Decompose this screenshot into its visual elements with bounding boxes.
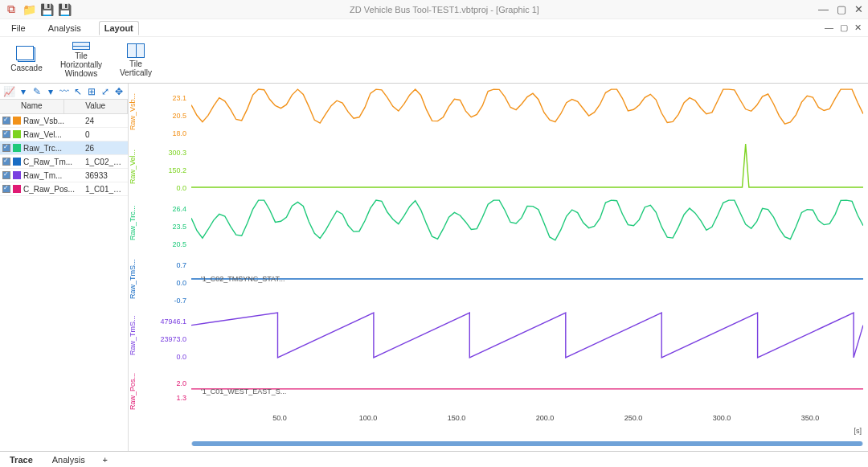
save-icon[interactable]: 💾 bbox=[40, 3, 53, 16]
y-axis-label: Raw_TmS... bbox=[129, 310, 138, 360]
tile-vertical-icon bbox=[127, 43, 145, 58]
y-tick-label: 0.0 bbox=[176, 353, 186, 361]
color-swatch bbox=[13, 185, 21, 193]
color-swatch bbox=[13, 117, 21, 125]
y-tick-label: 20.5 bbox=[172, 240, 186, 248]
status-bar: Trace Analysis + bbox=[0, 451, 868, 467]
open-icon[interactable]: 📁 bbox=[23, 3, 35, 16]
signal-row[interactable]: C_Raw_Pos... 1_C01_WEST_EAS... bbox=[0, 182, 128, 196]
signal-checkbox[interactable] bbox=[2, 171, 10, 179]
x-tick-label: 150.0 bbox=[448, 414, 466, 422]
signal-checkbox[interactable] bbox=[2, 130, 10, 138]
x-tick-label: 200.0 bbox=[536, 414, 555, 422]
status-tab-trace[interactable]: Trace bbox=[5, 454, 38, 465]
tile-vertical-button[interactable]: Tile Vertically bbox=[116, 40, 156, 80]
signal-checkbox[interactable] bbox=[2, 117, 10, 125]
signal-value: 1_C02_TMSYNC_S... bbox=[85, 158, 125, 166]
signal-name: Raw_Tm... bbox=[23, 171, 85, 180]
tile-horizontal-button[interactable]: Tile Horizontally Windows bbox=[61, 40, 101, 80]
y-tick-label: 1.3 bbox=[176, 394, 186, 402]
signal-checkbox[interactable] bbox=[2, 158, 10, 166]
tool-dropdown-1[interactable]: ▾ bbox=[18, 86, 28, 97]
tool-pan-icon[interactable]: ✥ bbox=[114, 86, 125, 97]
y-tick-label: 150.2 bbox=[168, 166, 186, 174]
y-axis-label: Raw_Vsb... bbox=[129, 87, 138, 137]
mdi-restore-button[interactable]: ▢ bbox=[840, 23, 848, 33]
signal-checkbox[interactable] bbox=[2, 185, 10, 193]
signal-row[interactable]: C_Raw_Tm... 1_C02_TMSYNC_S... bbox=[0, 155, 128, 169]
y-axis-label: Raw_TmS... bbox=[129, 254, 138, 304]
time-slider-thumb[interactable] bbox=[192, 441, 862, 446]
chart-strip[interactable]: Raw_TmS... 0.70.0-0.7 '1_C02_TMSYNC_STAT… bbox=[129, 254, 863, 304]
tool-expand-icon[interactable]: ⤢ bbox=[100, 86, 111, 97]
col-name: Name bbox=[0, 100, 64, 113]
signal-name: Raw_Vsb... bbox=[23, 117, 85, 125]
menu-analysis[interactable]: Analysis bbox=[43, 22, 86, 35]
signal-value: 0 bbox=[85, 130, 125, 139]
signal-name: C_Raw_Pos... bbox=[23, 185, 85, 194]
color-swatch bbox=[13, 130, 21, 138]
panel-toolbar: 📈 ▾ ✎ ▾ 〰 ↖ ⊞ ⤢ ✥ bbox=[0, 84, 128, 100]
window-title: ZD Vehicle Bus Tool-TEST1.vbtproj - [Gra… bbox=[71, 5, 818, 14]
chart-strip[interactable]: Raw_TmS... 47946.123973.00.0 bbox=[129, 310, 863, 360]
maximize-button[interactable]: ▢ bbox=[837, 3, 846, 15]
tool-wave-icon[interactable]: 〰 bbox=[59, 86, 69, 97]
y-axis-label: Raw_Vel... bbox=[129, 141, 138, 191]
mdi-close-button[interactable]: ✕ bbox=[854, 23, 862, 33]
y-tick-label: 20.5 bbox=[172, 112, 186, 120]
x-tick-label: 100.0 bbox=[359, 414, 378, 422]
tool-pointer-icon[interactable]: ↖ bbox=[73, 86, 84, 97]
menu-file[interactable]: File bbox=[6, 22, 31, 35]
chart-svg bbox=[191, 87, 863, 137]
title-bar: ⧉ 📁 💾 💾 ZD Vehicle Bus Tool-TEST1.vbtpro… bbox=[0, 0, 868, 19]
chart-svg bbox=[191, 367, 863, 416]
chart-strip[interactable]: Raw_Vsb... 23.120.518.0 bbox=[129, 87, 863, 137]
close-button[interactable]: ✕ bbox=[854, 3, 863, 15]
signal-value: 24 bbox=[85, 117, 125, 125]
tile-horizontal-icon bbox=[72, 42, 90, 50]
y-tick-label: 0.0 bbox=[176, 184, 186, 192]
tool-ruler-icon[interactable]: ⊞ bbox=[87, 86, 97, 97]
menu-layout[interactable]: Layout bbox=[99, 21, 139, 35]
signal-value: 26 bbox=[85, 144, 125, 153]
chart-strip[interactable]: Raw_Vel... 300.3150.20.0 bbox=[129, 141, 863, 191]
color-swatch bbox=[13, 144, 21, 152]
status-tab-analysis[interactable]: Analysis bbox=[47, 454, 90, 465]
tool-edit-icon[interactable]: ✎ bbox=[31, 86, 42, 97]
mdi-minimize-button[interactable]: — bbox=[825, 23, 833, 33]
plot-area[interactable]: Raw_Vsb... 23.120.518.0 Raw_Vel... 300.3… bbox=[129, 84, 868, 451]
chart-strip[interactable]: Raw_Trc... 26.423.520.5 bbox=[129, 198, 863, 248]
y-axis-label: Raw_Pos... bbox=[129, 367, 138, 416]
signal-row[interactable]: Raw_Trc... 26 bbox=[0, 141, 128, 155]
color-swatch bbox=[13, 158, 21, 166]
col-value: Value bbox=[64, 100, 129, 113]
signal-row[interactable]: Raw_Tm... 36933 bbox=[0, 169, 128, 182]
tool-chart-icon[interactable]: 📈 bbox=[3, 86, 14, 97]
menu-bar: File Analysis Layout — ▢ ✕ bbox=[0, 19, 868, 37]
signal-name: Raw_Vel... bbox=[23, 130, 85, 139]
chart-svg bbox=[191, 198, 863, 248]
app-icon: ⧉ bbox=[5, 3, 18, 16]
y-tick-label: 23.5 bbox=[172, 223, 186, 231]
y-axis-label: Raw_Trc... bbox=[129, 198, 138, 248]
ribbon: Cascade Tile Horizontally Windows Tile V… bbox=[0, 37, 868, 84]
add-tab-button[interactable]: + bbox=[100, 455, 111, 465]
time-slider[interactable] bbox=[191, 441, 863, 446]
y-tick-label: 0.0 bbox=[176, 279, 186, 287]
x-axis-unit: [s] bbox=[854, 427, 862, 435]
y-tick-label: 300.3 bbox=[168, 149, 186, 157]
signal-name: C_Raw_Tm... bbox=[23, 158, 85, 166]
minimize-button[interactable]: — bbox=[818, 3, 829, 15]
signal-row[interactable]: Raw_Vsb... 24 bbox=[0, 114, 128, 128]
tool-dropdown-2[interactable]: ▾ bbox=[45, 86, 55, 97]
signal-name: Raw_Trc... bbox=[23, 144, 85, 153]
chart-strip[interactable]: Raw_Pos... 2.01.3 '1_C01_WEST_EAST_S... bbox=[129, 367, 863, 416]
x-tick-label: 300.0 bbox=[713, 414, 731, 422]
y-tick-label: 26.4 bbox=[172, 205, 186, 213]
x-tick-label: 50.0 bbox=[272, 414, 287, 422]
signal-checkbox[interactable] bbox=[2, 144, 10, 152]
signal-row[interactable]: Raw_Vel... 0 bbox=[0, 128, 128, 141]
color-swatch bbox=[13, 171, 21, 179]
cascade-button[interactable]: Cascade bbox=[6, 40, 47, 80]
save-all-icon[interactable]: 💾 bbox=[58, 3, 71, 16]
